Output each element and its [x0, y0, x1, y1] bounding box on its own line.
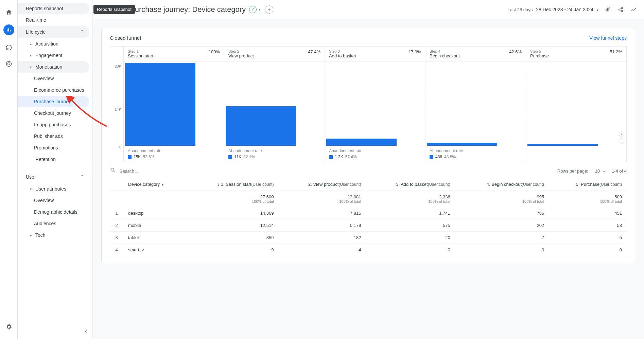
cell: 786 — [455, 207, 549, 219]
total-cell: 2,336100% of total — [366, 191, 455, 207]
funnel-bar[interactable] — [527, 144, 598, 146]
label: Checkout journey — [34, 110, 71, 116]
funnel-bar[interactable] — [427, 143, 497, 146]
metric-header[interactable]: 4. Begin checkout(User count) — [455, 178, 549, 191]
table-row[interactable]: 3tablet8591822075 — [110, 232, 627, 244]
sidebar-mon-checkout-journey[interactable]: Checkout journey — [18, 107, 89, 119]
date-range-picker[interactable]: Last 28 days 28 Dec 2023 - 24 Jan 2024 ▾ — [508, 7, 598, 12]
legend-swatch — [329, 155, 333, 159]
step-number: Step 5 — [530, 49, 549, 53]
label: Demographic details — [34, 209, 77, 215]
abandonment-pct: 57.4% — [345, 155, 357, 159]
step-footer: Abandonment rate 15K52.6% — [124, 146, 224, 162]
caret-icon: ▸ — [30, 233, 33, 237]
sidebar-engagement[interactable]: ▸Engagement — [18, 50, 89, 61]
caret-icon: ▾ — [30, 187, 33, 191]
funnel-bar[interactable] — [125, 63, 195, 146]
sidebar-tech[interactable]: ▸Tech — [18, 229, 89, 241]
funnel-bar[interactable] — [226, 106, 296, 146]
funnel-step: Step 4Begin checkout 42.6% Abandonment r… — [425, 47, 526, 162]
sidebar-reports-snapshot[interactable]: Reports snapshot — [18, 3, 89, 14]
svg-point-8 — [111, 168, 114, 171]
row-name: desktop — [123, 207, 186, 219]
search-icon[interactable] — [110, 167, 116, 175]
cell: 202 — [455, 219, 549, 232]
table-row[interactable]: 2mobile12,5145,17957520253 — [110, 219, 627, 232]
table-row[interactable]: 1desktop14,3697,8161,741786451 — [110, 207, 627, 219]
sidebar-monetisation[interactable]: ▾Monetisation — [18, 61, 89, 73]
sidebar-real-time[interactable]: Real-time — [18, 14, 89, 26]
reports-icon[interactable] — [3, 24, 14, 35]
sidebar-ua-demographic[interactable]: Demographic details — [18, 206, 89, 218]
zoom-in-icon[interactable]: + — [619, 131, 624, 137]
table-row[interactable]: 4smart tv94000 — [110, 244, 627, 256]
bar-zone — [124, 61, 224, 146]
abandonment-label: Abandonment rate — [128, 148, 220, 153]
metric-header[interactable]: 5. Purchase(User count) — [549, 178, 627, 191]
sidebar-group-user[interactable]: User ˄ — [18, 171, 89, 183]
insights-icon[interactable] — [630, 6, 637, 13]
row-name: smart tv — [123, 244, 186, 256]
search-input[interactable] — [119, 168, 221, 174]
sidebar-acquisition[interactable]: ▸Acquisition — [18, 38, 89, 50]
cell: 14,369 — [186, 207, 278, 219]
date-range-label: Last 28 days — [508, 7, 533, 12]
bar-zone: +− — [526, 61, 626, 146]
sidebar-mon-publisher[interactable]: Publisher ads — [18, 130, 89, 142]
sidebar-mon-overview[interactable]: Overview — [18, 73, 89, 84]
step-header: Step 1Session start 100% — [124, 47, 224, 61]
chevron-down-icon[interactable]: ▾ — [259, 7, 260, 11]
step-header: Step 2View product 47.4% — [224, 47, 325, 61]
cell: 5 — [549, 232, 627, 244]
pagination-range: 1-4 of 4 — [612, 168, 627, 174]
label: Audiences — [34, 221, 56, 226]
total-cell: 27,600100% of total — [186, 191, 278, 207]
abandonment-count: 15K — [134, 155, 141, 159]
step-label: Purchase — [530, 53, 549, 58]
table-controls: Rows per page: 10 ▾ 1-4 of 4 — [110, 162, 627, 178]
abandonment-count: 11K — [234, 155, 241, 159]
sidebar-user-attributes[interactable]: ▾User attributes — [18, 183, 89, 195]
metric-header[interactable]: ↓ 1. Session start(User count) — [186, 178, 278, 191]
step-label: Add to basket — [329, 53, 356, 58]
dimension-header[interactable]: Device category▾ — [123, 178, 186, 191]
ytick: 14K — [115, 107, 121, 111]
sidebar-mon-promotions[interactable]: Promotions — [18, 142, 89, 154]
explore-icon[interactable] — [5, 43, 13, 52]
label: Overview — [34, 198, 54, 203]
metric-header[interactable]: 2. View product(User count) — [279, 178, 366, 191]
status-check-icon[interactable]: ✓ — [249, 6, 257, 13]
funnel-step: Step 2View product 47.4% Abandonment rat… — [224, 47, 325, 162]
sidebar-mon-ecom[interactable]: E-commerce purchases — [18, 84, 89, 96]
metric-header[interactable]: 3. Add to basket(User count) — [366, 178, 455, 191]
abandonment-label: Abandonment rate — [430, 148, 522, 153]
advertising-icon[interactable] — [5, 60, 13, 68]
zoom-out-icon[interactable]: − — [619, 138, 624, 144]
home-icon[interactable] — [5, 8, 13, 16]
customize-report-icon[interactable] — [605, 6, 611, 13]
abandonment-label: Abandonment rate — [329, 148, 421, 153]
sidebar-group-life-cycle[interactable]: Life cycle ˄ — [18, 26, 89, 38]
collapse-sidebar-icon[interactable]: ‹ — [85, 328, 87, 335]
sidebar-ua-audiences[interactable]: Audiences — [18, 218, 89, 229]
step-header: Step 4Begin checkout 42.6% — [425, 47, 526, 61]
settings-icon[interactable] — [5, 323, 13, 331]
funnel-bar[interactable] — [326, 139, 397, 146]
cell: 53 — [549, 219, 627, 232]
step-pct: 51.2% — [610, 49, 622, 58]
rows-per-page-select[interactable]: 10 ▾ — [595, 168, 605, 174]
sidebar-mon-purchase-journey[interactable]: Purchase journey — [18, 96, 89, 107]
add-comparison-button[interactable]: + — [265, 5, 273, 14]
card-title: Closed funnel — [110, 35, 141, 41]
cell: 0 — [455, 244, 549, 256]
step-pct: 47.4% — [308, 49, 320, 58]
share-icon[interactable] — [617, 6, 624, 13]
step-footer: Abandonment rate 48648.8% — [425, 146, 526, 162]
legend-swatch — [128, 155, 132, 159]
view-funnel-steps-link[interactable]: View funnel steps — [590, 35, 627, 41]
total-cell: 13,081100% of total — [279, 191, 366, 207]
sidebar-retention[interactable]: Retention — [18, 154, 89, 165]
funnel-chart: 28K 14K 0 Step 1Session start 100% Aband… — [110, 46, 627, 162]
sidebar-ua-overview[interactable]: Overview — [18, 195, 89, 206]
sidebar-mon-inapp[interactable]: In-app purchases — [18, 119, 89, 130]
